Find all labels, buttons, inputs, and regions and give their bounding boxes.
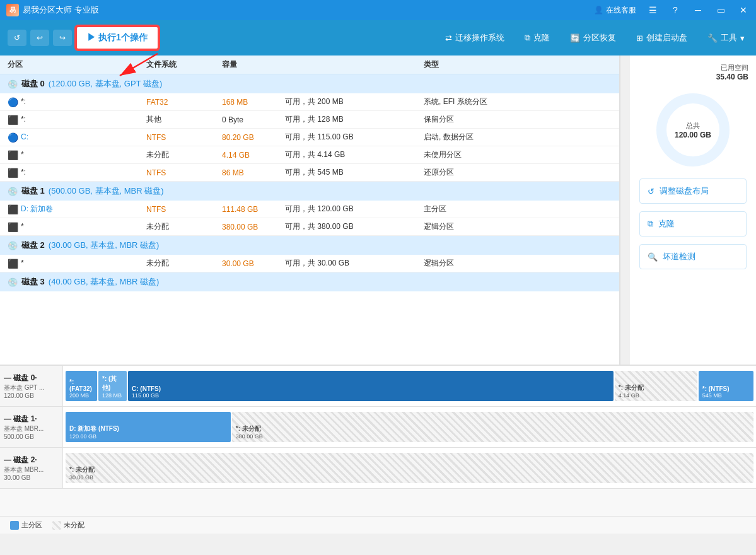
part-name: *:: [21, 115, 26, 124]
part-block[interactable]: *: (其他) 128 MB: [98, 371, 127, 401]
disk1-partitions: D: 新加卷 (NTFS) 120.00 GB *: 未分配 380.00 GB: [63, 407, 756, 447]
part-avail: 可用，共 30.00 GB: [282, 258, 421, 269]
partition-icon: 🔵: [8, 132, 18, 143]
part-type: 未使用分区: [421, 149, 614, 160]
app-title: 易我分区大师 专业版: [23, 4, 99, 16]
part-block[interactable]: C: (NTFS) 115.00 GB: [128, 371, 614, 401]
part-block[interactable]: *: 未分配 380.00 GB: [232, 412, 753, 442]
part-block[interactable]: D: 新加卷 (NTFS) 120.00 GB: [66, 412, 231, 442]
donut-center: 总共 120.00 GB: [675, 121, 711, 139]
part-fs: 未分配: [144, 221, 219, 232]
part-avail: 可用，共 380.00 GB: [282, 221, 421, 232]
disk3-name: 磁盘 3: [21, 276, 45, 288]
execute-button[interactable]: ▶ 执行1个操作: [76, 26, 159, 50]
right-panel: 已用空间 35.40 GB 总共 120.00 GB ↺ 调整磁盘布局: [630, 56, 756, 365]
online-service[interactable]: 👤 在线客服: [594, 5, 636, 16]
disk1-map-row[interactable]: — 磁盘 1· 基本盘 MBR... 500.00 GB D: 新加卷 (NTF…: [0, 407, 756, 448]
part-avail: 可用，共 120.00 GB: [282, 204, 421, 214]
help-icon[interactable]: ?: [669, 4, 682, 16]
used-space-value: 35.40 GB: [716, 73, 748, 81]
part-block[interactable]: *: (NTFS) 545 MB: [699, 371, 753, 401]
table-row[interactable]: ⬛*: NTFS 86 MB 可用，共 545 MB 还原分区: [0, 164, 619, 182]
menu-icon[interactable]: ☰: [646, 4, 659, 16]
partition-recovery-label: 分区恢复: [583, 32, 616, 44]
disk2-partitions: *: 未分配 30.00 GB: [63, 448, 756, 488]
part-type: 逻辑分区: [421, 258, 614, 269]
table-row[interactable]: 🔵*: FAT32 168 MB 可用，共 200 MB 系统, EFI 系统分…: [0, 93, 619, 111]
table-row[interactable]: 🔵C: NTFS 80.20 GB 可用，共 115.00 GB 启动, 数据分…: [0, 129, 619, 146]
person-icon: 👤: [594, 6, 603, 15]
adjust-layout-label: 调整磁盘布局: [660, 185, 709, 197]
maximize-button[interactable]: ▭: [714, 4, 727, 16]
col-capacity: 容量: [219, 59, 282, 70]
part-name: *:: [21, 168, 26, 177]
table-row[interactable]: ⬛* 未分配 4.14 GB 可用，共 4.14 GB 未使用分区: [0, 146, 619, 164]
boot-icon: ⊞: [636, 33, 643, 43]
disk0-header[interactable]: 💿 磁盘 0 (120.00 GB, 基本盘, GPT 磁盘): [0, 74, 619, 93]
tools-icon: 🔧: [707, 33, 718, 43]
disk-icon: 💿: [8, 278, 18, 287]
redo-button[interactable]: ↪: [53, 30, 72, 46]
clone-action-button[interactable]: ⧉ 克隆: [639, 211, 747, 237]
legend-unallocated-color: [52, 521, 61, 530]
disk2-map-num: — 磁盘 2·: [4, 455, 59, 465]
tools-button[interactable]: 🔧 工具 ▾: [704, 30, 748, 46]
partition-recovery-button[interactable]: 🔄 分区恢复: [566, 30, 620, 46]
legend-primary: 主分区: [10, 520, 42, 530]
disk0-partitions: *: (FAT32) 200 MB *: (其他) 128 MB C: (NTF…: [63, 366, 756, 406]
clone-action-label: 克隆: [658, 218, 675, 230]
scrollbar[interactable]: [620, 56, 630, 365]
disk0-map-row[interactable]: — 磁盘 0· 基本盘 GPT ... 120.00 GB *: (FAT32)…: [0, 366, 756, 407]
part-block[interactable]: *: 未分配 30.00 GB: [66, 453, 753, 483]
legend-primary-color: [10, 521, 19, 530]
disk1-map-label: — 磁盘 1· 基本盘 MBR... 500.00 GB: [0, 407, 63, 447]
create-boot-button[interactable]: ⊞ 创建启动盘: [632, 30, 691, 46]
clone-label: 克隆: [533, 32, 550, 44]
part-fs: 其他: [144, 114, 219, 125]
disk2-name: 磁盘 2: [21, 240, 45, 251]
part-block[interactable]: *: (FAT32) 200 MB: [66, 371, 97, 401]
svg-line-1: [120, 54, 158, 76]
disk-icon: 💿: [8, 187, 18, 196]
close-button[interactable]: ✕: [737, 4, 750, 16]
refresh-button[interactable]: ↺: [8, 30, 26, 46]
undo-button[interactable]: ↩: [30, 30, 49, 46]
part-size: 30.00 GB: [219, 259, 282, 268]
part-avail: 可用，共 4.14 GB: [282, 149, 421, 160]
tools-label: 工具: [721, 32, 737, 44]
disk2-map-size: 30.00 GB: [4, 474, 59, 481]
disk2-header[interactable]: 💿 磁盘 2 (30.00 GB, 基本盘, MBR 磁盘): [0, 236, 619, 255]
part-avail: 可用，共 545 MB: [282, 167, 421, 178]
part-type: 保留分区: [421, 114, 614, 125]
part-size: 380.00 GB: [219, 223, 282, 231]
table-row[interactable]: ⬛* 未分配 380.00 GB 可用，共 380.00 GB 逻辑分区: [0, 218, 619, 236]
adjust-disk-layout-button[interactable]: ↺ 调整磁盘布局: [639, 178, 747, 204]
disk1-name: 磁盘 1: [21, 185, 45, 197]
part-block[interactable]: *: 未分配 4.14 GB: [615, 371, 697, 401]
part-size: 0 Byte: [219, 115, 282, 124]
bad-sector-detect-button[interactable]: 🔍 坏道检测: [639, 244, 747, 269]
migrate-os-button[interactable]: ⇄ 迁移操作系统: [441, 30, 508, 46]
part-type: 还原分区: [421, 167, 614, 178]
part-name: C:: [21, 132, 28, 141]
disk1-map-num: — 磁盘 1·: [4, 414, 59, 424]
disk2-map-row[interactable]: — 磁盘 2· 基本盘 MBR... 30.00 GB *: 未分配 30.00…: [0, 448, 756, 489]
disk1-header[interactable]: 💿 磁盘 1 (500.00 GB, 基本盘, MBR 磁盘): [0, 182, 619, 201]
disk0-map-num: — 磁盘 0·: [4, 373, 59, 383]
partition-icon: ⬛: [8, 222, 18, 232]
part-type: 启动, 数据分区: [421, 132, 614, 143]
disk2-info: (30.00 GB, 基本盘, MBR 磁盘): [49, 240, 160, 251]
toolbar: ↺ ↩ ↪ ▶ 执行1个操作 ⇄ 迁移操作系统 ⧉ 克隆 🔄 分区恢复 ⊞ 创建…: [0, 20, 756, 56]
legend-area: 主分区 未分配: [0, 516, 756, 534]
clone-button[interactable]: ⧉ 克隆: [521, 30, 554, 46]
migrate-icon: ⇄: [445, 33, 452, 43]
donut-chart: 总共 120.00 GB: [652, 89, 734, 171]
disk-map-area: — 磁盘 0· 基本盘 GPT ... 120.00 GB *: (FAT32)…: [0, 365, 756, 516]
table-row[interactable]: ⬛*: 其他 0 Byte 可用，共 128 MB 保留分区: [0, 111, 619, 129]
part-avail: 可用，共 115.00 GB: [282, 132, 421, 143]
disk3-header[interactable]: 💿 磁盘 3 (40.00 GB, 基本盘, MBR 磁盘): [0, 272, 619, 291]
minimize-button[interactable]: ─: [692, 4, 704, 16]
table-row[interactable]: ⬛* 未分配 30.00 GB 可用，共 30.00 GB 逻辑分区: [0, 255, 619, 272]
part-name: D: 新加卷: [21, 204, 53, 213]
table-row[interactable]: ⬛D: 新加卷 NTFS 111.48 GB 可用，共 120.00 GB 主分…: [0, 201, 619, 218]
